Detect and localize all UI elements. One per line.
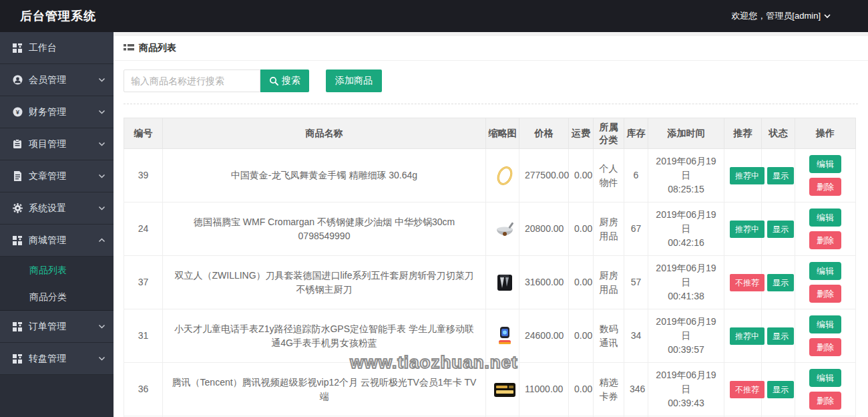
sidebar-item-label: 商城管理 (29, 235, 98, 247)
added-clock: 00:39:57 (654, 343, 718, 357)
sidebar-item-2[interactable]: ¥财务管理 (0, 96, 114, 128)
project-icon (12, 139, 23, 150)
added-clock: 08:25:15 (654, 182, 718, 196)
delete-button[interactable]: 删除 (809, 338, 841, 356)
wheel-grid-icon (12, 354, 23, 364)
product-price: 20800.00 (519, 202, 569, 256)
sidebar-item-3[interactable]: 项目管理 (0, 128, 114, 160)
delete-button[interactable]: 删除 (809, 178, 841, 196)
recommend-badge[interactable]: 不推荐 (730, 381, 765, 398)
search-input[interactable] (124, 70, 260, 92)
sidebar-item-4[interactable]: 文章管理 (0, 160, 114, 192)
table-body: 39中国黄金-龙飞凤舞黄金手镯 精雕细琢 30.64g277500.000.00… (124, 149, 856, 417)
recommend-badge[interactable]: 推荐中 (730, 327, 765, 345)
product-name: 中国黄金-龙飞凤舞黄金手镯 精雕细琢 30.64g (163, 149, 486, 202)
member-icon (12, 75, 23, 86)
table-row: 31小天才儿童电话手表Z1y路径追踪防水GPS定位智能手表 学生儿童移动联通4G… (124, 309, 856, 363)
search-button[interactable]: 搜索 (260, 70, 309, 92)
product-price: 31600.00 (519, 256, 569, 309)
actions-cell: 编辑删除 (795, 363, 856, 416)
main-panel: 商品列表 搜索 添加商品 编号商品名称缩略图价格运费所属分类库存添加时间推荐状态… (114, 36, 868, 417)
user-menu[interactable]: 欢迎您，管理员[admin] (731, 10, 868, 22)
sidebar-item-8[interactable]: 转盘管理 (0, 343, 114, 375)
column-header: 编号 (124, 118, 163, 149)
product-price: 11000.00 (519, 363, 569, 416)
sidebar-item-6[interactable]: 商城管理 (0, 225, 114, 257)
status-badge-cell: 显示 (762, 202, 795, 256)
recommend-badge[interactable]: 推荐中 (730, 221, 765, 238)
sidebar-item-7[interactable]: 订单管理 (0, 311, 114, 343)
edit-button[interactable]: 编辑 (809, 208, 841, 227)
status-badge[interactable]: 显示 (767, 274, 794, 291)
added-clock: 00:39:43 (654, 396, 718, 410)
article-icon (12, 171, 23, 182)
recommend-badge-cell: 推荐中 (724, 149, 762, 202)
finance-icon: ¥ (12, 107, 23, 118)
welcome-text: 欢迎您，管理员[admin] (731, 10, 821, 22)
sidebar-nav: 工作台会员管理¥财务管理项目管理文章管理系统设置商城管理商品列表商品分类订单管理… (0, 32, 114, 375)
actions-cell: 编辑删除 (795, 202, 856, 256)
column-header: 状态 (762, 118, 795, 149)
toolbar: 搜索 添加商品 (124, 70, 858, 92)
delete-button[interactable]: 删除 (809, 285, 841, 303)
chevron-down-icon (98, 324, 105, 329)
edit-button[interactable]: 编辑 (809, 369, 841, 387)
delete-button[interactable]: 删除 (809, 231, 841, 249)
product-shipping: 0.00 (569, 363, 594, 416)
tv-card-thumbnail (491, 383, 518, 394)
status-badge[interactable]: 显示 (767, 221, 794, 238)
product-id: 39 (124, 149, 163, 202)
sidebar-item-label: 财务管理 (29, 106, 98, 118)
edit-button[interactable]: 编辑 (809, 155, 841, 173)
product-stock: 67 (624, 202, 648, 256)
top-header: 后台管理系统 欢迎您，管理员[admin] (0, 0, 868, 32)
sidebar-item-label: 工作台 (29, 42, 105, 54)
gold-bracelet-thumbnail (491, 169, 518, 180)
knife-set-thumbnail (491, 276, 518, 287)
status-badge[interactable]: 显示 (767, 327, 794, 345)
sidebar-item-label: 系统设置 (29, 202, 98, 215)
sidebar-item-label: 订单管理 (29, 321, 98, 333)
product-added-time: 2019年06月19日08:25:15 (648, 149, 724, 202)
added-clock: 00:42:16 (654, 236, 718, 250)
product-shipping: 0.00 (569, 149, 594, 202)
column-header: 操作 (795, 118, 856, 149)
sidebar-item-0[interactable]: 工作台 (0, 32, 114, 64)
sidebar-item-label: 文章管理 (29, 170, 98, 182)
gear-icon (12, 203, 23, 214)
table-row: 24德国福腾宝 WMF Cromargan 不锈钢健康少油烟 中华炒锅30cm … (124, 202, 856, 256)
column-header: 添加时间 (648, 118, 724, 149)
edit-button[interactable]: 编辑 (809, 315, 841, 333)
table-row: 37双立人（ZWILLING）刀具套装德国进口life系列五件套厨房斩骨刀切菜刀… (124, 256, 856, 309)
recommend-badge[interactable]: 不推荐 (730, 274, 765, 291)
status-badge[interactable]: 显示 (767, 381, 794, 398)
column-header: 推荐 (724, 118, 762, 149)
product-added-time: 2019年06月19日00:39:57 (648, 309, 724, 363)
add-product-button[interactable]: 添加商品 (326, 70, 382, 92)
status-badge-cell: 显示 (762, 256, 795, 309)
list-icon (124, 43, 134, 53)
dashed-divider (124, 104, 858, 104)
added-date: 2019年06月19日 (654, 154, 718, 182)
product-category: 厨房用品 (594, 202, 624, 256)
delete-button[interactable]: 删除 (809, 392, 841, 410)
sidebar-subitem-6-0[interactable]: 商品列表 (0, 257, 114, 283)
product-shipping: 0.00 (569, 202, 594, 256)
chevron-up-icon (98, 238, 105, 243)
product-added-time: 2019年06月19日00:42:16 (648, 202, 724, 256)
sidebar-item-1[interactable]: 会员管理 (0, 64, 114, 96)
kids-watch-thumbnail (491, 329, 518, 340)
added-clock: 00:41:38 (654, 289, 718, 303)
search-button-label: 搜索 (282, 75, 300, 87)
product-thumbnail (486, 149, 519, 202)
sidebar-subitem-6-1[interactable]: 商品分类 (0, 283, 114, 310)
product-id: 36 (124, 363, 163, 416)
mall-grid-icon (12, 235, 23, 246)
product-name: 双立人（ZWILLING）刀具套装德国进口life系列五件套厨房斩骨刀切菜刀不锈… (163, 256, 486, 309)
edit-button[interactable]: 编辑 (809, 262, 841, 280)
recommend-badge[interactable]: 推荐中 (730, 167, 765, 184)
sidebar-item-5[interactable]: 系统设置 (0, 192, 114, 225)
status-badge[interactable]: 显示 (767, 167, 794, 184)
search-icon (269, 76, 278, 86)
chevron-down-icon (98, 110, 105, 114)
